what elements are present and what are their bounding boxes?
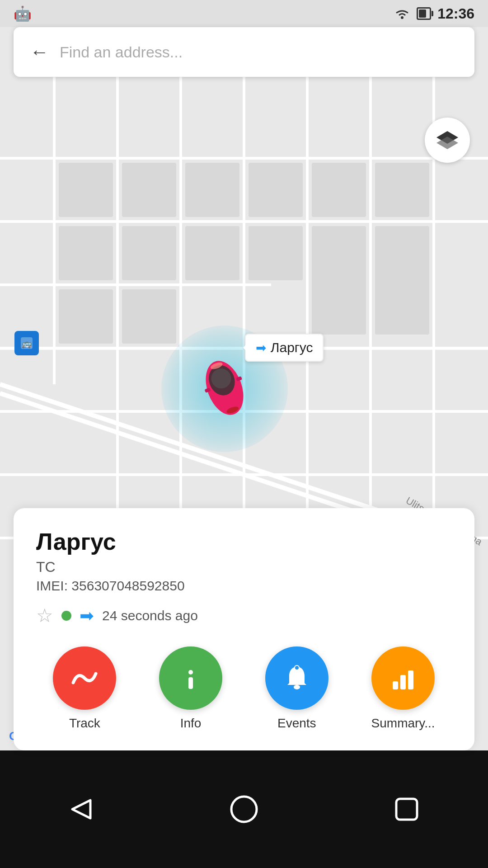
svg-marker-52 xyxy=(72,800,90,818)
nav-back-button[interactable] xyxy=(66,793,97,825)
battery-icon xyxy=(417,7,431,20)
summary-button-wrap[interactable]: Summary... xyxy=(371,646,435,731)
svg-rect-21 xyxy=(249,163,303,217)
svg-point-53 xyxy=(231,797,257,822)
chart-icon xyxy=(387,662,419,694)
search-input[interactable]: Find an address... xyxy=(60,43,458,61)
nav-bar xyxy=(0,750,488,868)
svg-rect-49 xyxy=(393,681,398,689)
events-button-wrap[interactable]: Events xyxy=(265,646,328,731)
status-icons: 12:36 xyxy=(394,5,474,22)
info-button[interactable] xyxy=(159,646,222,710)
svg-point-0 xyxy=(401,16,404,19)
svg-rect-22 xyxy=(312,163,366,217)
info-icon xyxy=(175,662,206,694)
track-button-wrap[interactable]: Track xyxy=(53,646,116,731)
svg-rect-20 xyxy=(185,163,239,217)
search-bar[interactable]: ← Find an address... xyxy=(14,27,474,77)
app-icon: 🤖 xyxy=(14,5,32,22)
home-nav-icon xyxy=(228,793,260,825)
svg-rect-23 xyxy=(375,163,429,217)
nav-recent-button[interactable] xyxy=(391,793,422,825)
recent-nav-icon xyxy=(391,793,422,825)
svg-rect-18 xyxy=(59,163,113,217)
car-marker[interactable]: ➡ Ларгус xyxy=(195,347,254,430)
track-icon xyxy=(69,662,100,694)
vehicle-tooltip[interactable]: ➡ Ларгус xyxy=(245,334,324,362)
svg-rect-24 xyxy=(59,226,113,280)
svg-point-48 xyxy=(295,665,299,670)
svg-rect-47 xyxy=(294,685,300,689)
status-bar: 🤖 12:36 xyxy=(0,0,488,27)
summary-label: Summary... xyxy=(371,716,435,731)
bus-icon: 🚌 xyxy=(19,335,34,351)
vehicle-type: ТС xyxy=(36,559,452,576)
svg-rect-29 xyxy=(122,289,176,344)
info-label: Info xyxy=(180,716,202,731)
events-button[interactable] xyxy=(265,646,328,710)
info-panel: Ларгус ТС IMEI: 356307048592850 ☆ ➡ 24 s… xyxy=(14,508,474,750)
svg-rect-32 xyxy=(249,226,303,280)
events-label: Events xyxy=(277,716,316,731)
svg-rect-19 xyxy=(122,163,176,217)
svg-rect-31 xyxy=(375,226,429,335)
direction-arrow: ➡ xyxy=(80,606,94,626)
svg-rect-25 xyxy=(122,226,176,280)
svg-rect-51 xyxy=(408,670,413,689)
action-buttons: Track Info Events xyxy=(36,646,452,731)
track-label: Track xyxy=(69,716,100,731)
svg-point-45 xyxy=(188,670,193,675)
svg-rect-50 xyxy=(400,675,406,689)
info-button-wrap[interactable]: Info xyxy=(159,646,222,731)
svg-rect-54 xyxy=(396,799,417,820)
clock: 12:36 xyxy=(437,5,474,22)
nav-home-button[interactable] xyxy=(228,793,260,825)
tooltip-label: Ларгус xyxy=(271,340,313,355)
bell-icon xyxy=(281,662,313,694)
vehicle-imei: IMEI: 356307048592850 xyxy=(36,578,452,594)
layers-icon xyxy=(435,127,460,153)
status-dot xyxy=(61,611,71,621)
track-button[interactable] xyxy=(53,646,116,710)
back-button[interactable]: ← xyxy=(30,41,49,63)
vehicle-status: ☆ ➡ 24 seconds ago xyxy=(36,604,452,627)
summary-button[interactable] xyxy=(371,646,435,710)
map-marker-blue: 🚌 xyxy=(14,331,39,355)
tooltip-arrow: ➡ xyxy=(256,340,266,355)
svg-rect-26 xyxy=(185,226,239,280)
favorite-star[interactable]: ☆ xyxy=(36,604,53,627)
back-nav-icon xyxy=(66,793,97,825)
status-time: 24 seconds ago xyxy=(102,608,198,623)
wifi-icon xyxy=(394,7,410,20)
svg-rect-28 xyxy=(59,289,113,344)
svg-rect-30 xyxy=(312,226,366,335)
svg-text:🚌: 🚌 xyxy=(22,339,32,349)
vehicle-name: Ларгус xyxy=(36,528,452,555)
svg-rect-46 xyxy=(188,677,193,689)
layer-toggle-button[interactable] xyxy=(425,118,470,163)
